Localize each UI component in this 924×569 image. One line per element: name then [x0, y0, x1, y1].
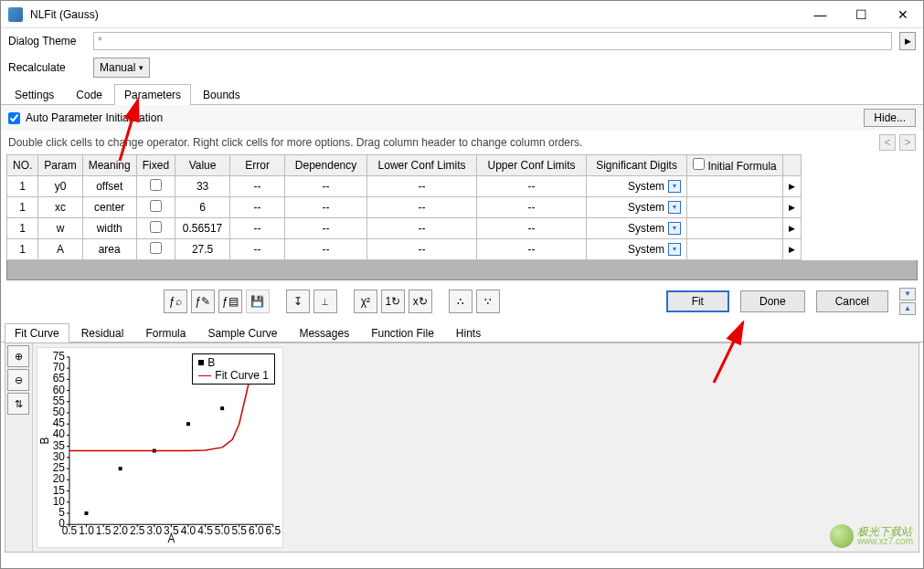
- init-formula-header-checkbox[interactable]: [693, 158, 705, 170]
- cell-sig[interactable]: System▾: [587, 239, 687, 260]
- col-upper[interactable]: Upper Conf Limits: [477, 155, 587, 176]
- dialog-theme-field[interactable]: [93, 32, 892, 50]
- fixed-checkbox[interactable]: [150, 179, 162, 191]
- param-row[interactable]: 1 w width 0.56517 -- -- -- -- System▾ ▶: [7, 218, 802, 239]
- expand-down-icon[interactable]: ▲: [899, 302, 916, 315]
- col-no[interactable]: NO.: [7, 155, 38, 176]
- cell-row-menu[interactable]: ▶: [782, 176, 801, 197]
- cell-fixed[interactable]: [136, 197, 175, 218]
- cell-dependency[interactable]: --: [285, 239, 367, 260]
- recalculate-select[interactable]: Manual ▾: [93, 58, 150, 78]
- expand-up-icon[interactable]: ▼: [899, 288, 916, 300]
- fit-button[interactable]: Fit: [666, 290, 729, 312]
- maximize-button[interactable]: ☐: [841, 1, 882, 28]
- cell-error[interactable]: --: [230, 176, 285, 197]
- close-button[interactable]: ✕: [882, 1, 923, 28]
- tab-bounds[interactable]: Bounds: [193, 84, 250, 105]
- grid-nav-left[interactable]: <: [879, 134, 896, 151]
- sig-dropdown-icon[interactable]: ▾: [668, 222, 681, 235]
- cell-no[interactable]: 1: [7, 197, 38, 218]
- param-row[interactable]: 1 A area 27.5 -- -- -- -- System▾ ▶: [7, 239, 802, 260]
- preview-zoom-in-icon[interactable]: ⊕: [7, 345, 29, 367]
- cell-value[interactable]: 6: [175, 197, 230, 218]
- cell-dependency[interactable]: --: [285, 176, 367, 197]
- cell-lower[interactable]: --: [367, 197, 477, 218]
- cell-value[interactable]: 0.56517: [175, 218, 230, 239]
- col-sig[interactable]: Significant Digits: [587, 155, 687, 176]
- cell-init[interactable]: [687, 197, 783, 218]
- hide-button[interactable]: Hide...: [864, 109, 916, 127]
- param-row[interactable]: 1 y0 offset 33 -- -- -- -- System▾ ▶: [7, 176, 802, 197]
- tool-iter1-icon[interactable]: 1↻: [381, 290, 405, 313]
- cell-lower[interactable]: --: [367, 218, 477, 239]
- theme-menu-button[interactable]: ▶: [899, 32, 916, 50]
- cell-error[interactable]: --: [230, 197, 285, 218]
- cell-sig[interactable]: System▾: [587, 218, 687, 239]
- tool-fx-search-icon[interactable]: ƒ⌕: [164, 290, 187, 313]
- tab-settings[interactable]: Settings: [5, 84, 64, 105]
- cell-row-menu[interactable]: ▶: [782, 239, 801, 260]
- sig-dropdown-icon[interactable]: ▾: [668, 243, 681, 256]
- cell-param[interactable]: w: [38, 218, 82, 239]
- cell-param[interactable]: xc: [38, 197, 82, 218]
- cell-param[interactable]: A: [38, 239, 82, 260]
- ltab-formula[interactable]: Formula: [135, 323, 196, 342]
- ltab-fit-curve[interactable]: Fit Curve: [5, 323, 69, 342]
- cell-no[interactable]: 1: [7, 239, 38, 260]
- cell-error[interactable]: --: [230, 239, 285, 260]
- col-param[interactable]: Param: [38, 155, 82, 176]
- cell-no[interactable]: 1: [7, 176, 38, 197]
- grid-nav-right[interactable]: >: [899, 134, 916, 151]
- cell-value[interactable]: 33: [175, 176, 230, 197]
- preview-zoom-out-icon[interactable]: ⊖: [7, 369, 29, 391]
- cell-upper[interactable]: --: [477, 218, 587, 239]
- sig-dropdown-icon[interactable]: ▾: [668, 201, 681, 214]
- tab-code[interactable]: Code: [66, 84, 112, 105]
- tool-scatter2-icon[interactable]: ∵: [476, 290, 500, 313]
- cell-dependency[interactable]: --: [285, 197, 367, 218]
- cell-upper[interactable]: --: [477, 197, 587, 218]
- sig-dropdown-icon[interactable]: ▾: [668, 180, 681, 193]
- ltab-sample-curve[interactable]: Sample Curve: [197, 323, 287, 342]
- tab-parameters[interactable]: Parameters: [114, 84, 191, 105]
- cell-upper[interactable]: --: [477, 239, 587, 260]
- col-value[interactable]: Value: [175, 155, 230, 176]
- cell-fixed[interactable]: [136, 239, 175, 260]
- cell-error[interactable]: --: [230, 218, 285, 239]
- auto-init-checkbox[interactable]: [8, 112, 20, 124]
- tool-sort-icon[interactable]: ↧: [286, 290, 310, 313]
- col-lower[interactable]: Lower Conf Limits: [367, 155, 477, 176]
- col-meaning[interactable]: Meaning: [82, 155, 136, 176]
- cell-fixed[interactable]: [136, 218, 175, 239]
- cancel-button[interactable]: Cancel: [816, 290, 888, 312]
- tool-init-icon[interactable]: ⟂: [313, 290, 337, 313]
- cell-meaning[interactable]: width: [82, 218, 136, 239]
- cell-value[interactable]: 27.5: [175, 239, 230, 260]
- done-button[interactable]: Done: [740, 290, 805, 312]
- col-error[interactable]: Error: [230, 155, 285, 176]
- param-row[interactable]: 1 xc center 6 -- -- -- -- System▾ ▶: [7, 197, 802, 218]
- col-dependency[interactable]: Dependency: [285, 155, 367, 176]
- cell-no[interactable]: 1: [7, 218, 38, 239]
- cell-meaning[interactable]: center: [82, 197, 136, 218]
- col-init[interactable]: Initial Formula: [687, 155, 783, 176]
- ltab-function-file[interactable]: Function File: [361, 323, 444, 342]
- cell-meaning[interactable]: offset: [82, 176, 136, 197]
- cell-init[interactable]: [687, 218, 783, 239]
- tool-chi-icon[interactable]: χ²: [354, 290, 377, 313]
- cell-init[interactable]: [687, 176, 783, 197]
- minimize-button[interactable]: —: [800, 1, 841, 28]
- cell-dependency[interactable]: --: [285, 218, 367, 239]
- cell-meaning[interactable]: area: [82, 239, 136, 260]
- cell-param[interactable]: y0: [38, 176, 82, 197]
- fixed-checkbox[interactable]: [150, 200, 162, 212]
- preview-rescale-icon[interactable]: ⇅: [7, 393, 29, 415]
- tool-itern-icon[interactable]: x↻: [409, 290, 432, 313]
- cell-row-menu[interactable]: ▶: [782, 197, 801, 218]
- tool-fx-new-icon[interactable]: ƒ▤: [218, 290, 242, 313]
- fixed-checkbox[interactable]: [150, 242, 162, 254]
- cell-sig[interactable]: System▾: [587, 176, 687, 197]
- cell-lower[interactable]: --: [367, 239, 477, 260]
- tool-save-icon[interactable]: 💾: [246, 290, 270, 313]
- cell-row-menu[interactable]: ▶: [782, 218, 801, 239]
